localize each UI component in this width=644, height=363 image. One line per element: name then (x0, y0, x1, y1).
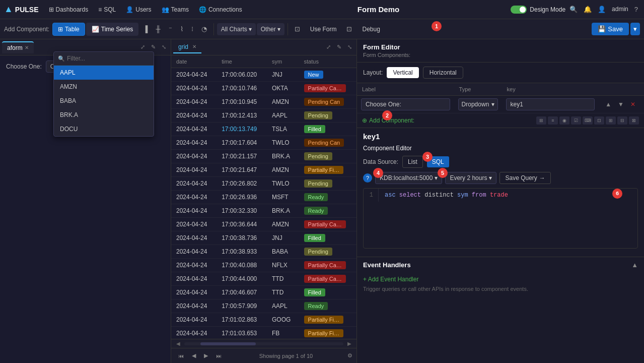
tab-action-edit[interactable]: ✎ (149, 43, 158, 51)
dropdown-item-docu[interactable]: DOCU (54, 122, 154, 136)
cell-time: 17:00:21.647 (217, 163, 267, 177)
cell-date: 2024-04-24 (171, 68, 217, 82)
dropdown-item-baba[interactable]: BABA (54, 94, 154, 108)
other-button[interactable]: Other ▾ (257, 23, 284, 35)
chart-area-icon[interactable]: ⌇ (177, 23, 187, 35)
db-value: KDB:localhost:5000 (380, 174, 433, 182)
nav-sql[interactable]: ≡ SQL (94, 4, 120, 15)
cell-status: Pending (299, 245, 356, 259)
add-icon-6[interactable]: ⊡ (594, 116, 604, 125)
save-query-btn[interactable]: Save Query → (499, 172, 550, 184)
chart-bar-icon[interactable]: ▐ (139, 23, 151, 35)
add-event-label: + Add Event Handler (363, 276, 418, 283)
add-icon-2[interactable]: ≡ (548, 116, 558, 125)
teams-icon: 👥 (162, 6, 169, 13)
add-icon-1[interactable]: ⊞ (536, 116, 546, 125)
chart-scatter-icon[interactable]: ⁝ (188, 23, 197, 35)
nav-action-group: 🔍 🔔 👤 admin ? (567, 4, 640, 15)
dropdown-item-amzn[interactable]: AMZN (54, 80, 154, 94)
db-config-row: ? KDB:localhost:5000 ▾ Every 2 hours ▾ S… (363, 172, 638, 184)
save-button[interactable]: 💾 Save (592, 23, 629, 35)
comp-label-input[interactable] (361, 98, 450, 110)
help-icon-btn[interactable]: ? (363, 173, 372, 183)
nav-dashboards[interactable]: ⊞ Dashboards (45, 4, 93, 15)
page-prev-btn[interactable]: ◀ (189, 351, 199, 360)
user-profile-icon[interactable]: 👤 (596, 4, 608, 15)
interval-dropdown[interactable]: Every 2 hours ▾ (445, 172, 496, 184)
time-series-button[interactable]: 📈 Time Series (86, 23, 139, 36)
db-select-dropdown[interactable]: KDB:localhost:5000 ▾ (375, 172, 442, 184)
add-icon-3[interactable]: ◉ (559, 116, 569, 125)
grid-action-edit[interactable]: ✎ (334, 43, 344, 51)
comp-down-btn[interactable]: ▼ (615, 100, 626, 109)
layout-horizontal-btn[interactable]: Horizontal (423, 67, 463, 79)
table-button[interactable]: ⊞ Table (52, 23, 85, 36)
grid-tab-close[interactable]: ✕ (192, 44, 196, 49)
layout-vertical-btn[interactable]: Vertical (387, 67, 418, 78)
cell-date: 2024-04-24 (171, 191, 217, 204)
grid-table: date time sym status 2024-04-2417:00:06.… (171, 55, 356, 339)
horizontal-scrollbar[interactable]: ◀ ▶ (171, 339, 356, 348)
event-handlers-toggle[interactable]: ▲ (631, 261, 638, 269)
add-icon-4[interactable]: ☑ (571, 116, 581, 125)
page-first-btn[interactable]: ⏮ (175, 352, 187, 360)
form-tab-close[interactable]: ✕ (25, 45, 29, 50)
comp-up-btn[interactable]: ▲ (603, 100, 614, 109)
status-badge: Ready (304, 302, 328, 310)
add-icon-5[interactable]: ⌨ (583, 116, 593, 125)
add-icon-9[interactable]: ⊠ (629, 116, 639, 125)
pagination-settings-icon[interactable]: ⚙ (347, 352, 352, 359)
editor-subtitle: Form Components: (363, 52, 638, 58)
comp-type-dropdown[interactable]: Dropdown ▾ (458, 98, 498, 110)
scroll-right-arrow[interactable]: ▶ (345, 341, 353, 346)
chart-col-icon[interactable]: ╫ (153, 23, 164, 35)
comp-key-input[interactable] (506, 98, 595, 110)
editor-header: Form Editor Form Components: (357, 39, 644, 63)
cell-time: 17:01:02.863 (217, 313, 267, 327)
table-row: 2024-04-2417:00:44.000TTDPartially Ca… (171, 272, 356, 286)
chart-line-icon[interactable]: ⁻ (165, 23, 176, 35)
list-source-btn[interactable]: List (402, 156, 423, 168)
app-logo: ▲ PULSE (4, 4, 39, 15)
page-next-btn[interactable]: ▶ (201, 351, 211, 360)
grid-action-maximize[interactable]: ⤡ (345, 43, 354, 51)
bell-icon[interactable]: 🔔 (582, 4, 594, 15)
scroll-left-arrow[interactable]: ◀ (174, 341, 182, 346)
tab-action-maximize[interactable]: ⤡ (159, 43, 169, 51)
debug-label: Debug (362, 26, 380, 33)
add-icon-7[interactable]: ⊞ (606, 116, 616, 125)
filter-input[interactable] (67, 55, 150, 62)
comp-delete-btn[interactable]: ✕ (628, 100, 638, 109)
nav-users[interactable]: 👤 Users (122, 4, 155, 15)
design-mode-toggle[interactable] (511, 6, 527, 14)
add-icon-8[interactable]: ⊟ (617, 116, 627, 125)
add-event-row[interactable]: + Add Event Handler (363, 273, 638, 286)
code-editor[interactable]: 1 asc select distinct sym from trade 6 (363, 188, 638, 249)
save-dropdown-arrow[interactable]: ▾ (630, 23, 640, 35)
form-tab-aform[interactable]: aform ✕ (2, 41, 34, 53)
dropdown-item-brka[interactable]: BRK.A (54, 108, 154, 122)
nav-connections[interactable]: 🌐 Connections (195, 4, 246, 15)
debug-button[interactable]: Debug (356, 23, 385, 36)
use-form-button[interactable]: Use Form (305, 23, 342, 36)
all-charts-button[interactable]: All Charts ▾ (217, 23, 256, 35)
help-icon[interactable]: ? (632, 4, 640, 15)
chart-bubble-icon[interactable]: ◔ (198, 23, 210, 35)
search-icon[interactable]: 🔍 (567, 4, 580, 15)
cell-time: 17:00:13.749 (217, 123, 267, 136)
table-row: 2024-04-2417:00:26.936MSFTReady (171, 191, 356, 204)
use-form-label: Use Form (310, 26, 337, 33)
cell-date: 2024-04-24 (171, 259, 217, 272)
nav-teams[interactable]: 👥 Teams (158, 4, 193, 15)
grid-tab[interactable]: grid ✕ (173, 41, 201, 53)
table-row: 2024-04-2417:00:38.933BABAPending (171, 245, 356, 259)
dropdown-item-aapl[interactable]: AAPL (54, 66, 154, 80)
status-badge: Filled (304, 234, 325, 242)
page-last-btn[interactable]: ⏭ (213, 352, 225, 360)
cell-status: Ready (299, 204, 356, 218)
tab-action-expand[interactable]: ⤢ (138, 43, 148, 51)
use-form-icon[interactable]: ⊡ (291, 23, 304, 35)
grid-action-expand[interactable]: ⤢ (324, 43, 333, 51)
debug-icon[interactable]: ⊡ (343, 23, 355, 35)
save-icon: 💾 (598, 25, 606, 33)
